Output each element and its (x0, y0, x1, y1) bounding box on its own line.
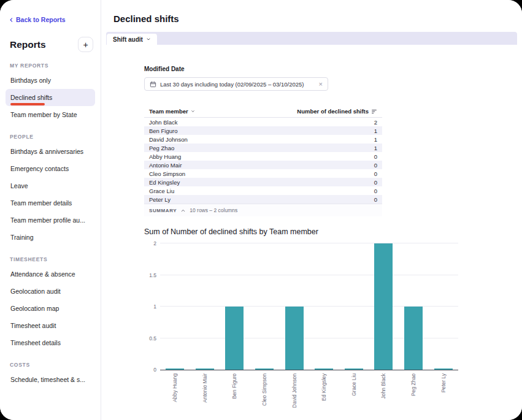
sort-icon[interactable] (371, 109, 377, 115)
table-row-john-black[interactable]: John Black2 (144, 118, 382, 126)
sidebar-item-timesheet-audit[interactable]: Timesheet audit (6, 317, 95, 334)
table-row-david-johnson[interactable]: David Johnson1 (144, 135, 382, 143)
bar-ben-figuro[interactable] (225, 307, 244, 370)
sidebar-item-geolocation-audit[interactable]: Geolocation audit (6, 283, 95, 300)
cell-team-member: John Black (149, 119, 245, 126)
sidebar-item-declined-shifts[interactable]: Declined shifts (6, 89, 95, 106)
sidebar-item-geolocation-map[interactable]: Geolocation map (6, 300, 95, 317)
sidebar-item-training[interactable]: Training (6, 229, 95, 246)
sidebar-item-label: Emergency contacts (10, 165, 69, 172)
y-axis-tick-label: 1.5 (144, 272, 156, 278)
cell-team-member: Cleo Simpson (149, 170, 245, 177)
sidebar-item-schedule-timesheet-s[interactable]: Schedule, timesheet & s... (6, 371, 95, 388)
x-label-cell: Peter Ly (428, 370, 458, 410)
table-row-peg-zhao[interactable]: Peg Zhao1 (144, 143, 382, 152)
cell-declined-count: 2 (245, 119, 377, 126)
x-axis-tick-label: Cleo Simpson (261, 373, 267, 406)
table-row-cleo-simpson[interactable]: Cleo Simpson0 (144, 169, 382, 178)
chart-plot-area: 00.511.52 (160, 243, 458, 370)
app-window: Back to Reports Reports + MY REPORTSBirt… (0, 0, 522, 420)
table-header-row: Team member Number of declined shifts (144, 105, 382, 118)
sidebar-item-label: Training (10, 234, 34, 241)
column-header-declined-shifts[interactable]: Number of declined shifts (245, 108, 377, 115)
bar-chart: 00.511.52 Abby HuangAntonio MairBen Figu… (144, 243, 458, 410)
sidebar-item-leave[interactable]: Leave (6, 177, 95, 194)
sidebar-item-timesheet-details[interactable]: Timesheet details (6, 334, 95, 351)
selected-report-underline-marker (10, 103, 45, 105)
bar-column-cleo-simpson (250, 243, 280, 370)
x-axis-tick-label: David Johnson (291, 373, 297, 408)
x-label-cell: Abby Huang (160, 370, 190, 410)
table-row-ed-kingsley[interactable]: Ed Kingsley0 (144, 178, 382, 186)
summary-label: SUMMARY (149, 208, 177, 213)
y-axis-tick-label: 1 (144, 304, 156, 310)
chevron-left-icon (9, 17, 14, 23)
tab-shift-audit[interactable]: Shift audit (107, 34, 157, 45)
sidebar-item-team-member-by-state[interactable]: Team member by State (6, 106, 95, 123)
bar-peter-ly[interactable] (434, 368, 453, 370)
sidebar-item-label: Timesheet details (10, 339, 61, 346)
cell-team-member: Peg Zhao (149, 145, 245, 151)
bar-column-ed-kingsley (309, 243, 339, 370)
sidebar: Back to Reports Reports + MY REPORTSBirt… (0, 0, 101, 420)
x-axis-tick-label: Grace Liu (351, 373, 357, 396)
sidebar-item-birthdays-anniversaries[interactable]: Birthdays & anniversaries (6, 143, 95, 160)
cell-declined-count: 0 (245, 196, 377, 203)
x-axis-tick-label: Antonio Mair (202, 373, 208, 403)
y-axis-tick-label: 0.5 (144, 335, 156, 342)
sidebar-item-label: Schedule, timesheet & s... (10, 376, 85, 383)
x-axis-tick-label: John Black (380, 373, 386, 399)
chevron-up-icon[interactable] (180, 208, 186, 213)
bar-abby-huang[interactable] (166, 368, 184, 370)
cell-declined-count: 1 (245, 145, 377, 151)
x-axis-tick-label: Abby Huang (172, 373, 178, 402)
bar-column-peter-ly (428, 243, 458, 370)
table-summary-bar[interactable]: SUMMARY 10 rows – 2 columns (144, 204, 382, 216)
bar-david-johnson[interactable] (285, 307, 304, 370)
bar-cleo-simpson[interactable] (255, 368, 274, 370)
y-axis-tick-label: 0 (144, 367, 156, 373)
sidebar-item-team-member-details[interactable]: Team member details (6, 194, 95, 212)
back-to-reports-link[interactable]: Back to Reports (9, 16, 101, 23)
sidebar-item-birthdays-only[interactable]: Birthdays only (6, 72, 95, 89)
table-row-peter-ly[interactable]: Peter Ly0 (144, 195, 382, 204)
cell-declined-count: 1 (245, 128, 377, 134)
back-link-label: Back to Reports (16, 16, 66, 23)
x-label-cell: Peg Zhao (399, 370, 429, 410)
cell-team-member: Antonio Mair (149, 162, 245, 169)
bar-john-black[interactable] (374, 243, 393, 370)
sidebar-item-label: Geolocation map (10, 305, 59, 312)
bar-peg-zhao[interactable] (404, 307, 423, 370)
sidebar-item-team-member-profile-au[interactable]: Team member profile au... (6, 212, 95, 229)
bar-ed-kingsley[interactable] (315, 368, 333, 370)
date-filter[interactable]: Last 30 days including today (02/09/2025… (144, 77, 328, 91)
cell-declined-count: 1 (245, 136, 377, 143)
report-content: Modified Date Last 30 days including tod… (101, 45, 522, 420)
cell-team-member: Abby Huang (149, 153, 245, 160)
sidebar-item-label: Timesheet audit (10, 322, 56, 329)
sidebar-title: Reports (10, 39, 46, 50)
section-label-my-reports: MY REPORTS (10, 63, 91, 69)
cell-declined-count: 0 (245, 170, 377, 177)
table-row-abby-huang[interactable]: Abby Huang0 (144, 152, 382, 161)
sidebar-item-attendance-absence[interactable]: Attendance & absence (6, 265, 95, 283)
add-report-button[interactable]: + (78, 37, 93, 52)
sidebar-item-label: Attendance & absence (10, 270, 75, 278)
bar-grace-liu[interactable] (345, 368, 363, 370)
x-axis-tick-label: Peter Ly (440, 373, 447, 392)
column-header-team-member[interactable]: Team member (149, 108, 245, 115)
table-row-ben-figuro[interactable]: Ben Figuro1 (144, 126, 382, 135)
bar-antonio-mair[interactable] (196, 368, 214, 370)
sidebar-item-label: Declined shifts (10, 94, 52, 101)
bar-column-david-johnson (279, 243, 309, 370)
cell-declined-count: 0 (245, 153, 377, 160)
cell-team-member: Ed Kingsley (149, 179, 245, 186)
clear-filter-icon[interactable]: × (319, 81, 323, 88)
date-filter-value: Last 30 days including today (02/09/2025… (160, 81, 304, 88)
calendar-icon (150, 81, 156, 88)
page-header: Declined shifts (101, 0, 522, 32)
table-row-antonio-mair[interactable]: Antonio Mair0 (144, 161, 382, 169)
sidebar-item-emergency-contacts[interactable]: Emergency contacts (6, 160, 95, 177)
table-row-grace-liu[interactable]: Grace Liu0 (144, 186, 382, 195)
x-axis-tick-label: Peg Zhao (410, 373, 416, 396)
